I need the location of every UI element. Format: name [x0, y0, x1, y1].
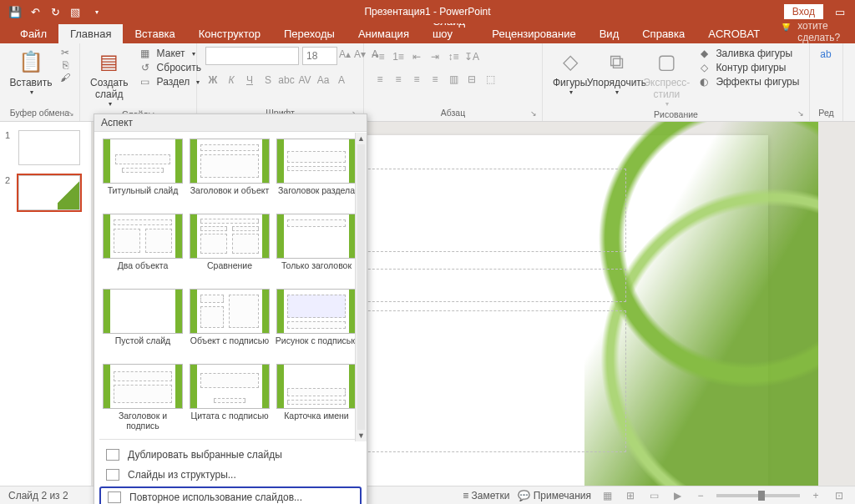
underline-icon[interactable]: Ч [242, 73, 257, 88]
spacing-icon[interactable]: AV [297, 73, 312, 88]
layout-two-content[interactable]: Два объекта [99, 212, 186, 287]
layout-title-only[interactable]: Только заголовок [273, 212, 360, 287]
layout-blank[interactable]: Пустой слайд [99, 287, 186, 362]
layout-comparison[interactable]: Сравнение [186, 212, 273, 287]
group-editing: ab Ред [810, 43, 843, 121]
layout-quote-caption[interactable]: Цитата с подписью [186, 362, 273, 437]
login-button[interactable]: Вход [784, 4, 823, 19]
thumb-1[interactable]: 1 [5, 130, 86, 165]
shape-fill-button[interactable]: ◆Заливка фигуры [694, 47, 802, 60]
smartart-icon[interactable]: ⬚ [483, 72, 498, 87]
comments-button[interactable]: 💬 Примечания [518, 490, 591, 501]
duplicate-icon [106, 449, 119, 461]
italic-icon[interactable]: К [224, 73, 239, 88]
align-right-icon[interactable]: ≡ [409, 72, 424, 87]
cut-icon[interactable]: ✂ [58, 47, 72, 58]
indent-inc-icon[interactable]: ⇥ [428, 49, 443, 64]
group-font: 18 A▴ A▾ A̶ Ж К Ч S abc AV Aa A Шрифт ↘ [197, 43, 364, 121]
clipboard-launcher-icon[interactable]: ↘ [68, 109, 78, 119]
slideshow-view-icon[interactable]: ▶ [670, 488, 685, 503]
arrange-button[interactable]: ⧉Упорядочить▾ [594, 47, 639, 98]
start-show-icon[interactable]: ▧ [68, 5, 82, 18]
indent-dec-icon[interactable]: ⇤ [409, 49, 424, 64]
align-left-icon[interactable]: ≡ [372, 72, 387, 87]
layout-name-card[interactable]: Карточка имени [273, 362, 360, 437]
fit-window-icon[interactable]: ⊡ [832, 488, 847, 503]
notes-button[interactable]: ≡ Заметки [463, 490, 509, 501]
reading-view-icon[interactable]: ▭ [646, 488, 661, 503]
layout-title-slide[interactable]: Титульный слайд [99, 137, 186, 212]
case-icon[interactable]: Aa [316, 73, 331, 88]
thumb-2[interactable]: 2 [5, 175, 86, 210]
qat-more-icon[interactable]: ▾ [90, 5, 104, 18]
tab-view[interactable]: Вид [588, 24, 631, 43]
scroll-down-icon[interactable]: ▼ [356, 430, 367, 441]
normal-view-icon[interactable]: ▦ [600, 488, 615, 503]
group-paragraph: •≡ 1≡ ⇤ ⇥ ↕≡ ↧A ≡ ≡ ≡ ≡ ▥ ⊟ ⬚ Абзац ↘ [364, 43, 543, 121]
group-drawing: ◇Фигуры▾ ⧉Упорядочить▾ ▢Экспресс-стили▾ … [543, 43, 810, 121]
zoom-slider[interactable] [716, 494, 800, 497]
bullets-icon[interactable]: •≡ [372, 49, 387, 64]
menu-reuse-slides[interactable]: Повторное использование слайдов... [99, 486, 362, 504]
replace-icon[interactable]: ab [818, 47, 833, 62]
paragraph-launcher-icon[interactable]: ↘ [530, 109, 540, 119]
save-icon[interactable]: 💾 [8, 5, 22, 18]
section-button[interactable]: ▭Раздел▾ [135, 75, 205, 88]
layout-title-content[interactable]: Заголовок и объект [186, 137, 273, 212]
zoom-in-icon[interactable]: + [808, 488, 823, 503]
tab-acrobat[interactable]: ACROBAT [696, 24, 772, 43]
format-painter-icon[interactable]: 🖌 [58, 72, 72, 83]
quick-styles-button[interactable]: ▢Экспресс-стили▾ [644, 47, 689, 109]
bold-icon[interactable]: Ж [205, 73, 220, 88]
font-name-combo[interactable] [205, 47, 299, 65]
numbering-icon[interactable]: 1≡ [391, 49, 406, 64]
tab-home[interactable]: Главная [58, 24, 123, 43]
redo-icon[interactable]: ↻ [48, 5, 62, 18]
undo-icon[interactable]: ↶ [28, 5, 42, 18]
ribbon-display-icon[interactable]: ▭ [833, 5, 847, 18]
new-slide-button[interactable]: ▤ Создать слайд ▾ [89, 47, 130, 109]
shapes-button[interactable]: ◇Фигуры▾ [551, 47, 589, 98]
layout-section-header[interactable]: Заголовок раздела [273, 137, 360, 212]
gallery-scrollbar[interactable]: ▲▼ [355, 133, 367, 441]
shapes-icon: ◇ [557, 48, 584, 75]
shape-effects-button[interactable]: ◐Эффекты фигуры [694, 75, 802, 88]
tab-review[interactable]: Рецензирование [480, 24, 587, 43]
reset-button[interactable]: ↺Сбросить [135, 61, 205, 74]
tab-help[interactable]: Справка [630, 24, 696, 43]
copy-icon[interactable]: ⎘ [58, 59, 72, 71]
line-spacing-icon[interactable]: ↕≡ [446, 49, 461, 64]
text-direction-icon[interactable]: ↧A [464, 49, 479, 64]
font-color-icon[interactable]: A [334, 73, 349, 88]
layout-content-caption[interactable]: Объект с подписью [186, 287, 273, 362]
layout-button[interactable]: ▦Макет▾ [135, 47, 205, 60]
arrange-icon: ⧉ [603, 48, 630, 75]
tab-transitions[interactable]: Переходы [272, 24, 347, 43]
align-center-icon[interactable]: ≡ [391, 72, 406, 87]
scroll-up-icon[interactable]: ▲ [356, 133, 367, 144]
paste-button[interactable]: 📋 Вставить ▾ [8, 47, 53, 98]
shadow-icon[interactable]: S [261, 73, 276, 88]
layout-picture-caption[interactable]: Рисунок с подписью [273, 287, 360, 362]
menu-duplicate-slides[interactable]: Дублировать выбранные слайды [94, 445, 367, 465]
justify-icon[interactable]: ≡ [428, 72, 443, 87]
columns-icon[interactable]: ▥ [446, 72, 461, 87]
tab-file[interactable]: Файл [8, 24, 58, 43]
strike-icon[interactable]: abc [279, 73, 294, 88]
slide-counter: Слайд 2 из 2 [8, 490, 68, 501]
grow-font-icon[interactable]: A▴ [337, 47, 352, 62]
tab-insert[interactable]: Вставка [123, 24, 186, 43]
font-size-combo[interactable]: 18 [302, 47, 337, 65]
tab-design[interactable]: Конструктор [187, 24, 272, 43]
gallery-menu: Дублировать выбранные слайды Слайды из с… [94, 441, 367, 504]
shape-outline-button[interactable]: ◇Контур фигуры [694, 61, 802, 74]
menu-slides-from-outline[interactable]: Слайды из структуры... [94, 465, 367, 485]
zoom-out-icon[interactable]: − [693, 488, 708, 503]
fill-icon: ◆ [697, 48, 711, 59]
sorter-view-icon[interactable]: ⊞ [623, 488, 638, 503]
align-text-icon[interactable]: ⊟ [464, 72, 479, 87]
tab-animations[interactable]: Анимация [347, 24, 421, 43]
layout-grid: Титульный слайд Заголовок и объект Загол… [94, 132, 367, 437]
layout-title-caption[interactable]: Заголовок и подпись [99, 362, 186, 437]
drawing-launcher-icon[interactable]: ↘ [797, 109, 807, 119]
